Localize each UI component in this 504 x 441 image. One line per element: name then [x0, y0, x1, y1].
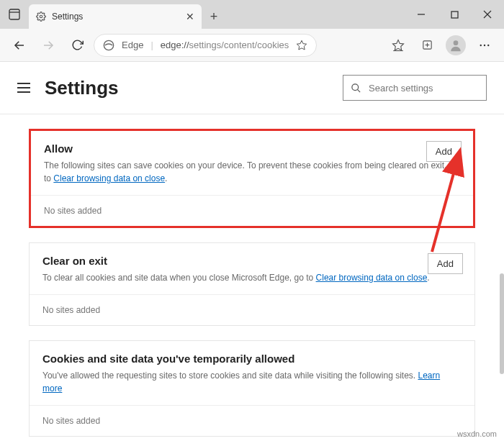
svg-rect-0	[9, 9, 19, 19]
new-tab-button[interactable]: +	[202, 4, 226, 29]
temporarily-allowed-description: You've allowed the requesting sites to s…	[42, 369, 462, 395]
clear-on-exit-add-button[interactable]: Add	[428, 253, 463, 274]
more-button[interactable]	[472, 33, 497, 58]
svg-line-21	[357, 89, 360, 92]
titlebar: Settings ✕ +	[0, 0, 504, 29]
add-favorite-icon[interactable]	[296, 40, 307, 51]
temporarily-allowed-empty-state: No sites added	[30, 405, 474, 436]
clear-on-exit-title: Clear on exit	[42, 255, 462, 267]
toolbar: Edge | edge://settings/content/cookies	[0, 29, 504, 62]
svg-point-16	[454, 40, 459, 45]
watermark-text: wsxdn.com	[457, 429, 497, 438]
allow-description: The following sites can save cookies on …	[44, 159, 460, 185]
profile-button[interactable]	[444, 33, 468, 58]
clear-on-exit-section: Clear on exit To clear all cookies and s…	[29, 242, 475, 326]
separator: |	[150, 40, 153, 50]
svg-marker-10	[297, 40, 307, 50]
allow-title: Allow	[44, 142, 460, 155]
tab-close-button[interactable]: ✕	[186, 11, 194, 22]
tab-title: Settings	[52, 12, 83, 22]
temporarily-allowed-section: Cookies and site data you've temporarily…	[29, 340, 475, 437]
svg-point-19	[487, 44, 489, 45]
clear-on-exit-description: To clear all cookies and site data when …	[42, 271, 462, 284]
temporarily-allowed-title: Cookies and site data you've temporarily…	[42, 353, 462, 365]
hamburger-menu-button[interactable]	[17, 83, 30, 93]
search-settings-input[interactable]: Search settings	[343, 75, 487, 101]
browser-tab-active[interactable]: Settings ✕	[29, 4, 202, 29]
forward-button[interactable]	[36, 33, 60, 58]
clear-on-exit-empty-state: No sites added	[30, 294, 474, 325]
svg-rect-4	[451, 12, 458, 18]
page-title: Settings	[45, 77, 119, 99]
site-identity: Edge	[122, 40, 143, 50]
window-controls	[405, 0, 504, 29]
collections-button[interactable]	[415, 33, 439, 58]
svg-point-20	[352, 83, 359, 90]
search-icon	[351, 83, 361, 94]
page-header: Settings Search settings	[0, 62, 504, 114]
gear-icon	[36, 12, 46, 22]
favorites-button[interactable]	[386, 33, 410, 58]
allow-empty-state: No sites added	[31, 195, 473, 226]
vertical-scrollbar[interactable]	[500, 273, 504, 374]
tab-list-button[interactable]	[0, 0, 29, 29]
svg-point-2	[40, 15, 42, 18]
window-maximize-button[interactable]	[438, 0, 471, 29]
window-minimize-button[interactable]	[405, 0, 438, 29]
svg-point-17	[480, 44, 482, 45]
url-text: edge://settings/content/cookies	[161, 40, 289, 50]
clear-browsing-data-link[interactable]: Clear browsing data on close	[53, 173, 165, 183]
content: Allow The following sites can save cooki…	[0, 114, 504, 441]
clear-browsing-data-link-2[interactable]: Clear browsing data on close	[316, 273, 428, 283]
svg-marker-11	[393, 40, 404, 50]
allow-add-button[interactable]: Add	[426, 141, 462, 162]
avatar-icon	[446, 35, 466, 55]
back-button[interactable]	[7, 33, 32, 58]
edge-logo-icon	[103, 40, 114, 51]
address-bar[interactable]: Edge | edge://settings/content/cookies	[94, 34, 317, 57]
refresh-button[interactable]	[65, 33, 89, 58]
svg-point-18	[484, 44, 485, 45]
window-close-button[interactable]	[471, 0, 504, 29]
search-placeholder: Search settings	[369, 83, 433, 94]
allow-section: Allow The following sites can save cooki…	[29, 129, 475, 228]
